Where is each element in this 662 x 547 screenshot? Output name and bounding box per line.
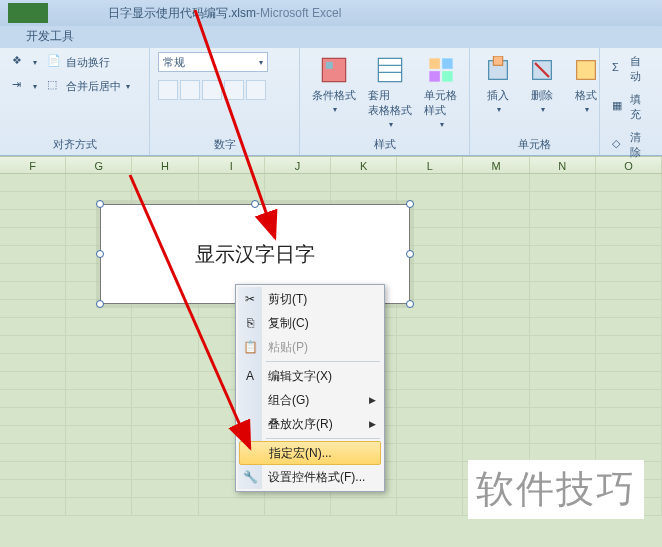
format-control-icon: 🔧: [242, 469, 258, 485]
col-header[interactable]: J: [265, 157, 331, 173]
svg-rect-5: [429, 58, 440, 69]
format-table-btn[interactable]: 套用 表格格式▾: [364, 52, 416, 131]
group-label: 单元格: [478, 134, 591, 155]
resize-handle[interactable]: [96, 300, 104, 308]
menu-separator: [266, 361, 380, 362]
group-label: [608, 162, 654, 168]
fill-icon: ▦: [612, 99, 627, 115]
number-format-select[interactable]: 常规▾: [158, 52, 268, 72]
button-shape-text: 显示汉字日字: [195, 241, 315, 268]
col-header[interactable]: H: [132, 157, 198, 173]
menu-paste: 📋 粘贴(P): [238, 335, 382, 359]
column-headers: F G H I J K L M N O: [0, 156, 662, 174]
group-alignment: ❖▾ 📄自动换行 ⇥▾ ⬚合并后居中▾ 对齐方式: [0, 48, 150, 155]
submenu-arrow-icon: ▶: [369, 395, 376, 405]
wrap-icon: 📄: [47, 54, 63, 70]
clear-icon: ◇: [612, 137, 627, 153]
svg-rect-13: [577, 61, 596, 80]
group-cells: 插入▾ 删除▾ 格式▾ 单元格: [470, 48, 600, 155]
menu-cut[interactable]: ✂ 剪切(T): [238, 287, 382, 311]
autosum-btn[interactable]: Σ自动: [608, 52, 654, 86]
insert-btn[interactable]: 插入▾: [478, 52, 518, 116]
col-header[interactable]: I: [199, 157, 265, 173]
group-number: 常规▾ 数字: [150, 48, 300, 155]
wrap-text-btn[interactable]: 📄自动换行: [43, 52, 114, 72]
conditional-format-btn[interactable]: 条件格式▾: [308, 52, 360, 116]
delete-icon: [526, 54, 558, 86]
col-header[interactable]: M: [463, 157, 529, 173]
align-btn[interactable]: ❖▾: [8, 52, 41, 72]
svg-rect-0: [322, 58, 345, 81]
resize-handle[interactable]: [96, 200, 104, 208]
svg-rect-8: [442, 71, 453, 82]
document-filename: 日字显示使用代码编写.xlsm: [108, 5, 256, 22]
col-header[interactable]: K: [331, 157, 397, 173]
delete-btn[interactable]: 删除▾: [522, 52, 562, 116]
comma-btn[interactable]: [202, 80, 222, 100]
menu-separator: [266, 438, 380, 439]
group-label: 数字: [158, 134, 291, 155]
format-icon: [570, 54, 602, 86]
merge-icon: ⬚: [47, 78, 63, 94]
currency-btn[interactable]: [158, 80, 178, 100]
context-menu: ✂ 剪切(T) ⎘ 复制(C) 📋 粘贴(P) A 编辑文字(X) 组合(G)▶…: [235, 284, 385, 492]
decrease-decimal-btn[interactable]: [246, 80, 266, 100]
resize-handle[interactable]: [406, 200, 414, 208]
app-name: Microsoft Excel: [260, 6, 341, 20]
insert-icon: [482, 54, 514, 86]
group-styles: 条件格式▾ 套用 表格格式▾ 单元格 样式▾ 样式: [300, 48, 470, 155]
clear-btn[interactable]: ◇清除: [608, 128, 654, 162]
align-icon: ❖: [12, 54, 28, 70]
submenu-arrow-icon: ▶: [369, 419, 376, 429]
cell-styles-btn[interactable]: 单元格 样式▾: [420, 52, 461, 131]
increase-decimal-btn[interactable]: [224, 80, 244, 100]
col-header[interactable]: G: [66, 157, 132, 173]
percent-btn[interactable]: [180, 80, 200, 100]
resize-handle[interactable]: [406, 250, 414, 258]
group-label: 对齐方式: [8, 134, 141, 155]
watermark: 软件技巧: [468, 460, 644, 519]
col-header[interactable]: L: [397, 157, 463, 173]
menu-group[interactable]: 组合(G)▶: [238, 388, 382, 412]
svg-rect-2: [378, 58, 401, 81]
cell-styles-icon: [425, 54, 457, 86]
fill-btn[interactable]: ▦填充: [608, 90, 654, 124]
resize-handle[interactable]: [406, 300, 414, 308]
col-header[interactable]: F: [0, 157, 66, 173]
ribbon: ❖▾ 📄自动换行 ⇥▾ ⬚合并后居中▾ 对齐方式 常规▾ 数字: [0, 48, 662, 156]
title-bar: 日字显示使用代码编写.xlsm - Microsoft Excel: [0, 0, 662, 26]
cond-format-icon: [318, 54, 350, 86]
cut-icon: ✂: [242, 291, 258, 307]
excel-icon: [8, 3, 48, 23]
group-editing: Σ自动 ▦填充 ◇清除: [600, 48, 662, 155]
ribbon-tabs: 开发工具: [0, 26, 662, 48]
group-label: 样式: [308, 134, 461, 155]
merge-center-btn[interactable]: ⬚合并后居中▾: [43, 76, 134, 96]
copy-icon: ⎘: [242, 315, 258, 331]
svg-rect-7: [429, 71, 440, 82]
sigma-icon: Σ: [612, 61, 627, 77]
svg-rect-6: [442, 58, 453, 69]
svg-rect-10: [493, 56, 502, 65]
indent-icon: ⇥: [12, 78, 28, 94]
resize-handle[interactable]: [96, 250, 104, 258]
resize-handle[interactable]: [251, 200, 259, 208]
edit-text-icon: A: [242, 368, 258, 384]
tab-developer[interactable]: 开发工具: [14, 25, 86, 48]
menu-assign-macro[interactable]: 指定宏(N)...: [239, 441, 381, 465]
table-format-icon: [374, 54, 406, 86]
col-header[interactable]: N: [530, 157, 596, 173]
menu-edit-text[interactable]: A 编辑文字(X): [238, 364, 382, 388]
paste-icon: 📋: [242, 339, 258, 355]
menu-copy[interactable]: ⎘ 复制(C): [238, 311, 382, 335]
svg-rect-1: [326, 62, 333, 69]
menu-order[interactable]: 叠放次序(R)▶: [238, 412, 382, 436]
indent-btn[interactable]: ⇥▾: [8, 76, 41, 96]
menu-format-control[interactable]: 🔧 设置控件格式(F)...: [238, 465, 382, 489]
